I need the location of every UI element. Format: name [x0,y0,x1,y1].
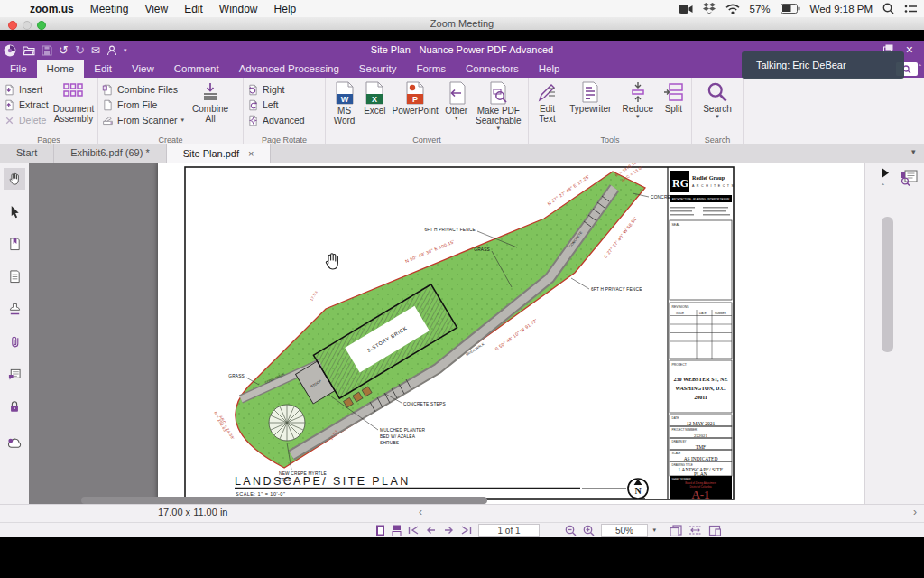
delete-pages-button[interactable]: Delete [4,113,49,127]
drawn-by-value: TMF [696,444,706,450]
combine-all-button[interactable]: Combine All [187,79,234,134]
pdf-page[interactable]: 2-STORY BRICK STOOP [158,163,864,504]
wifi-icon[interactable] [725,4,740,14]
stamps-panel-button[interactable] [4,298,25,320]
tab-help[interactable]: Help [529,60,570,78]
document-canvas[interactable]: 2-STORY BRICK STOOP [29,163,864,504]
letterbox-top [0,30,924,41]
split-button[interactable]: Split [660,79,688,134]
expand-panel-icon[interactable] [882,168,890,178]
menubar-edit[interactable]: Edit [176,3,211,15]
menubar-clock[interactable]: Wed 9:18 PM [810,4,873,14]
seal-label: SEAL [672,223,680,227]
hand-tool-button[interactable] [4,168,25,190]
revisions-label: REVISIONS [672,305,690,309]
make-pdf-searchable-button[interactable]: Make PDF Searchable ▾ [473,79,524,134]
fit-width-icon[interactable] [688,525,702,536]
insert-pages-button[interactable]: Insert [4,82,49,97]
tab-advanced-processing[interactable]: Advanced Processing [229,60,349,78]
convert-ms-word-button[interactable]: W MS Word [329,79,359,134]
previous-page-icon[interactable] [426,526,437,535]
zoom-window-titlebar: Zoom Meeting [0,17,924,31]
macos-menubar: zoom.us Meeting View Edit Window Help 57… [0,0,924,18]
zoom-camera-icon[interactable] [679,4,693,14]
zoom-caret-icon[interactable]: ▾ [652,527,656,533]
zoom-out-icon[interactable] [565,525,577,536]
svg-text:X: X [372,95,377,104]
cloud-connectors-button[interactable] [4,432,25,453]
vertical-scrollbar-thumb[interactable] [882,217,893,352]
tab-connectors[interactable]: Connectors [456,60,529,78]
zoom-in-icon[interactable] [583,525,595,536]
comment-search-panel-icon[interactable] [900,170,918,186]
menubar-window[interactable]: Window [211,3,266,15]
menubar-help[interactable]: Help [266,3,305,15]
scroll-left-icon[interactable]: ‹ [419,506,422,518]
typewriter-button[interactable]: Typewriter [565,79,616,134]
zoom-level-field[interactable]: 50% ▾ [601,524,648,537]
rotate-advanced-button[interactable]: Advanced [247,113,305,127]
menubar-view[interactable]: View [136,3,176,15]
tab-home[interactable]: Home [37,60,85,78]
search-caret-icon: ▾ [716,114,719,119]
scroll-right-icon[interactable]: › [913,506,917,518]
doc-tab-overflow-icon[interactable]: ▾ [911,147,916,156]
spotlight-icon[interactable] [882,3,894,14]
combine-files-button[interactable]: Combine Files [102,82,184,97]
scroll-up-icon[interactable]: ˆ [882,182,884,191]
project-number-value: 222021 [694,434,708,438]
copy-page-icon[interactable] [670,525,682,536]
from-scanner-button[interactable]: From Scanner ▾ [102,113,184,127]
convert-powerpoint-button[interactable]: P PowerPoint [391,79,440,134]
tab-file[interactable]: File [0,60,37,78]
convert-excel-button[interactable]: X Excel [362,79,387,134]
collapse-ribbon-icon[interactable]: ˆ [919,63,921,72]
rotate-right-button[interactable]: Right [247,82,305,97]
doc-tab-exhibit6[interactable]: Exhibit6.pdf (69) * [54,144,166,163]
doc-tab-start[interactable]: Start [0,144,54,163]
menubar-meeting[interactable]: Meeting [82,3,137,15]
tab-edit[interactable]: Edit [84,60,122,78]
comments-panel-button[interactable] [4,363,25,385]
close-app-icon[interactable]: × [906,41,913,60]
doc-tab-site-plan[interactable]: Site Plan.pdf × [167,144,272,163]
tab-forms[interactable]: Forms [406,60,456,78]
left-tool-sidebar [0,163,30,504]
menubar-app-name[interactable]: zoom.us [22,3,82,15]
notification-center-icon[interactable] [904,4,917,14]
edit-text-button[interactable]: Edit Text [532,79,562,134]
document-assembly-button[interactable]: Document Assembly [51,79,97,134]
first-page-icon[interactable] [408,526,420,535]
reduce-button[interactable]: Reduce ▾ [619,79,657,134]
ribbon-group-pages: Insert Extract Delete Doc [0,78,98,144]
horizontal-scrollbar-thumb[interactable] [81,497,487,504]
extract-pages-button[interactable]: Extract [4,98,49,112]
last-page-icon[interactable] [460,526,472,535]
svg-text:SCALE: SCALE [672,452,681,455]
fit-page-icon[interactable] [708,525,721,536]
next-page-icon[interactable] [443,526,454,535]
svg-text:NUMBER: NUMBER [715,312,727,315]
pages-panel-button[interactable] [4,266,25,287]
tab-view[interactable]: View [122,60,164,78]
svg-text:P: P [412,95,418,104]
single-page-view-icon[interactable] [375,525,385,536]
convert-other-button[interactable]: Other ▾ [443,79,470,134]
tab-security[interactable]: Security [349,60,407,78]
select-tool-button[interactable] [4,200,25,222]
svg-text:DRAWN BY: DRAWN BY [672,440,687,443]
continuous-view-icon[interactable] [392,525,402,536]
ribbon-group-page-rotate: Right Left Advanced Page Rotate [244,78,326,144]
bookmarks-panel-button[interactable] [4,233,25,255]
search-button[interactable]: Search ▾ [696,79,739,134]
tab-comment[interactable]: Comment [164,60,229,78]
close-doc-tab-icon[interactable]: × [248,145,254,163]
attachments-panel-button[interactable] [4,331,25,352]
rotate-left-button[interactable]: Left [247,98,305,112]
from-file-button[interactable]: From File [102,98,184,112]
dropbox-icon[interactable] [703,3,716,14]
other-caret-icon: ▾ [455,116,458,121]
page-number-field[interactable]: 1 of 1 [478,524,540,537]
drawing-title: LANDSCAPE/ SITE PLAN [235,475,411,488]
security-panel-button[interactable] [4,396,25,417]
